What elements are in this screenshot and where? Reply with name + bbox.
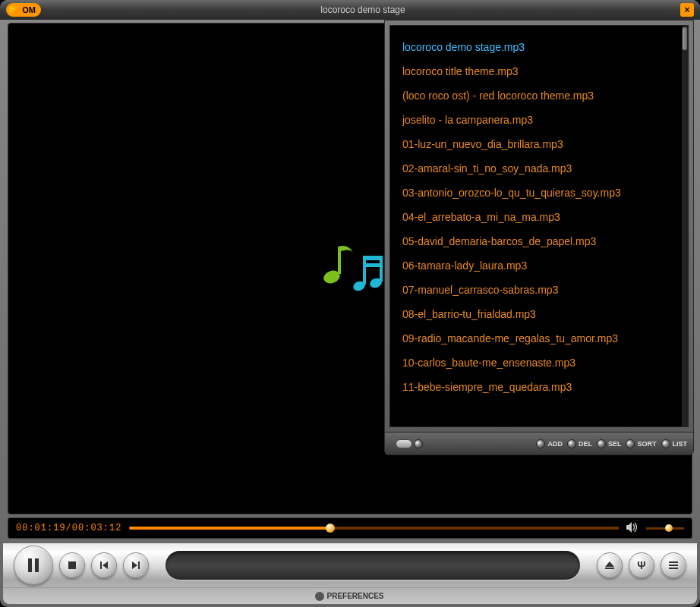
stop-icon <box>68 561 76 569</box>
eject-icon <box>605 561 614 569</box>
player-window: OM locoroco demo stage × locoroco demo s… <box>0 0 700 607</box>
close-button[interactable]: × <box>680 3 694 17</box>
playlist-panel: locoroco demo stage.mp3locoroco title th… <box>384 20 694 455</box>
eject-button[interactable] <box>597 552 623 578</box>
time-display: 00:01:19/00:03:12 <box>16 523 121 533</box>
playlist-scrollbar[interactable] <box>682 26 688 426</box>
play-pause-button[interactable] <box>14 546 53 585</box>
playlist-sort-button[interactable]: SORT <box>626 439 656 448</box>
music-notes-icon <box>320 242 388 295</box>
playlist-loop-toggle[interactable] <box>396 439 423 448</box>
menu-icon <box>669 561 678 569</box>
playlist-item[interactable]: 07-manuel_carrasco-sabras.mp3 <box>402 278 676 302</box>
next-icon <box>132 561 140 569</box>
playlist-item[interactable]: 11-bebe-siempre_me_quedara.mp3 <box>402 375 676 399</box>
playlist-item[interactable]: 03-antonio_orozco-lo_qu_tu_quieras_soy.m… <box>402 181 676 205</box>
playlist-item[interactable]: 02-amaral-sin_ti_no_soy_nada.mp3 <box>402 156 676 181</box>
playlist-item[interactable]: 10-carlos_baute-me_ensenaste.mp3 <box>402 351 676 375</box>
previous-button[interactable] <box>91 552 117 578</box>
equalizer-button[interactable]: Ψ <box>629 552 654 578</box>
playlist-del-button[interactable]: DEL <box>567 439 592 448</box>
playlist-list-button[interactable]: LIST <box>661 439 688 448</box>
menu-button[interactable] <box>661 552 686 578</box>
window-title: locoroco demo stage <box>46 5 680 15</box>
playlist-item[interactable]: locoroco title theme.mp3 <box>402 59 676 83</box>
control-bar: Ψ PREFERENCES <box>3 543 697 604</box>
timeline-bar: 00:01:19/00:03:12 <box>8 517 692 539</box>
next-button[interactable] <box>123 552 149 578</box>
playlist-item[interactable]: 09-radio_macande-me_regalas_tu_amor.mp3 <box>402 326 676 351</box>
playlist-item[interactable]: locoroco demo stage.mp3 <box>402 35 676 59</box>
preferences-button[interactable]: PREFERENCES <box>3 587 697 604</box>
svg-rect-3 <box>363 259 366 285</box>
pause-icon <box>28 558 39 572</box>
gear-icon <box>316 593 323 600</box>
playlist-toolbar: ADD DEL SEL SORT LIST <box>385 432 693 454</box>
playlist-item[interactable]: 05-david_demaria-barcos_de_papel.mp3 <box>402 229 676 253</box>
volume-thumb[interactable] <box>665 524 673 532</box>
playlist-item[interactable]: 04-el_arrebato-a_mi_na_ma.mp3 <box>402 205 676 229</box>
svg-rect-5 <box>363 256 383 260</box>
previous-icon <box>100 561 108 569</box>
volume-slider[interactable] <box>646 527 684 530</box>
playlist-item[interactable]: joselito - la campanera.mp3 <box>402 108 676 132</box>
playlist-list: locoroco demo stage.mp3locoroco title th… <box>389 25 689 427</box>
playlist-add-button[interactable]: ADD <box>536 439 563 448</box>
equalizer-icon: Ψ <box>637 559 645 571</box>
playlist-item[interactable]: 08-el_barrio-tu_frialdad.mp3 <box>402 302 676 326</box>
svg-rect-6 <box>363 263 383 267</box>
preferences-label: PREFERENCES <box>326 592 383 600</box>
playlist-sel-button[interactable]: SEL <box>597 439 622 448</box>
gom-logo: OM <box>6 3 41 17</box>
playlist-item[interactable]: (loco roco ost) - red locoroco theme.mp3 <box>402 83 676 108</box>
seek-thumb[interactable] <box>326 524 335 533</box>
stop-button[interactable] <box>59 552 85 578</box>
playlist-scrollbar-thumb[interactable] <box>683 27 687 50</box>
seek-slider[interactable] <box>129 527 619 530</box>
playlist-item[interactable]: 01-luz-un_nuevo_dia_brillara.mp3 <box>402 132 676 156</box>
volume-icon[interactable] <box>626 522 639 535</box>
playlist-item[interactable]: 06-tamara-lady_laura.mp3 <box>402 253 676 278</box>
title-bar: OM locoroco demo stage × <box>0 0 700 20</box>
info-display <box>166 551 580 580</box>
